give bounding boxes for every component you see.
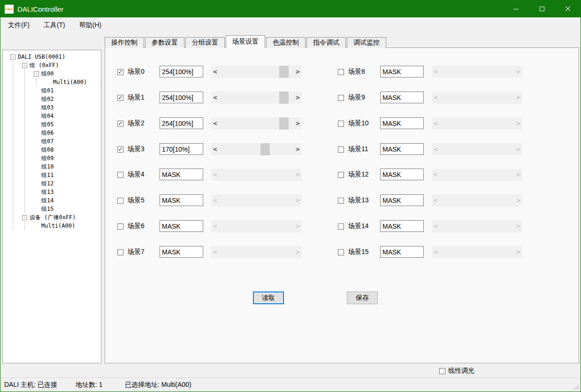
slider-right-arrow-icon[interactable]: > xyxy=(294,169,302,181)
scene-checkbox[interactable] xyxy=(338,172,344,178)
tree-expander-icon[interactable]: - xyxy=(10,54,15,60)
slider-left-arrow-icon[interactable]: < xyxy=(432,117,440,130)
scene-checkbox[interactable] xyxy=(338,198,344,204)
scene-level-slider[interactable]: < > xyxy=(432,220,522,232)
tree-expander-icon[interactable]: - xyxy=(22,215,27,220)
slider-track[interactable] xyxy=(219,66,294,78)
linear-dimming-checkbox[interactable] xyxy=(439,368,445,374)
slider-thumb[interactable] xyxy=(260,143,270,155)
tree-node[interactable]: 组14 xyxy=(26,196,101,205)
scene-level-slider[interactable]: < > xyxy=(432,117,522,130)
slider-left-arrow-icon[interactable]: < xyxy=(432,143,440,155)
slider-track[interactable] xyxy=(440,143,514,155)
slider-track[interactable] xyxy=(219,92,294,104)
tree-node[interactable]: - 设备 (广播0xFF) xyxy=(15,213,101,222)
slider-track[interactable] xyxy=(440,169,514,181)
scene-checkbox[interactable] xyxy=(117,172,123,178)
tree-node[interactable]: 组04 xyxy=(26,112,101,120)
scene-value-input[interactable] xyxy=(380,220,424,232)
scene-checkbox[interactable]: ✓ xyxy=(117,121,123,127)
scene-checkbox[interactable] xyxy=(338,95,344,101)
slider-left-arrow-icon[interactable]: < xyxy=(432,220,440,232)
scene-checkbox[interactable] xyxy=(338,69,344,75)
scene-level-slider[interactable]: < > xyxy=(432,169,522,181)
slider-left-arrow-icon[interactable]: < xyxy=(211,117,219,130)
linear-dimming-option[interactable]: 线性调光 xyxy=(439,367,474,375)
tree-node[interactable]: - 组 (0xFF) xyxy=(15,61,101,69)
tree-node[interactable]: 组13 xyxy=(26,188,101,196)
tree-node[interactable]: 组01 xyxy=(26,86,101,95)
slider-right-arrow-icon[interactable]: > xyxy=(294,220,302,232)
scene-level-slider[interactable]: < > xyxy=(211,169,302,181)
slider-right-arrow-icon[interactable]: > xyxy=(514,246,522,258)
tree-node[interactable]: 组03 xyxy=(26,103,101,112)
scene-value-input[interactable] xyxy=(380,143,424,155)
slider-right-arrow-icon[interactable]: > xyxy=(514,220,522,232)
slider-right-arrow-icon[interactable]: > xyxy=(294,246,302,258)
scene-value-input[interactable] xyxy=(380,92,424,103)
scene-level-slider[interactable]: < > xyxy=(432,143,522,155)
slider-right-arrow-icon[interactable]: > xyxy=(514,194,522,207)
tab[interactable]: 分组设置 xyxy=(185,37,225,48)
slider-track[interactable] xyxy=(219,220,294,232)
tree-node[interactable]: 组02 xyxy=(26,95,101,103)
menu-tools[interactable]: 工具(T) xyxy=(37,19,72,32)
scene-value-input[interactable] xyxy=(160,169,203,180)
scene-value-input[interactable] xyxy=(160,194,203,206)
scene-value-input[interactable] xyxy=(160,220,203,232)
slider-left-arrow-icon[interactable]: < xyxy=(211,92,219,104)
slider-right-arrow-icon[interactable]: > xyxy=(514,66,522,78)
scene-checkbox[interactable]: ✓ xyxy=(117,146,123,153)
tree-node[interactable]: 组06 xyxy=(26,129,101,137)
scene-checkbox[interactable] xyxy=(338,146,344,153)
slider-left-arrow-icon[interactable]: < xyxy=(432,92,440,104)
slider-track[interactable] xyxy=(440,92,514,104)
slider-left-arrow-icon[interactable]: < xyxy=(211,169,219,181)
slider-left-arrow-icon[interactable]: < xyxy=(432,194,440,207)
tab[interactable]: 场景设置 xyxy=(226,35,265,48)
tab[interactable]: 调试监控 xyxy=(347,37,386,48)
tree-node[interactable]: 组12 xyxy=(26,179,101,188)
scene-level-slider[interactable]: < > xyxy=(432,246,522,258)
scene-value-input[interactable] xyxy=(380,246,424,258)
slider-track[interactable] xyxy=(440,220,514,232)
slider-left-arrow-icon[interactable]: < xyxy=(432,169,440,181)
scene-checkbox[interactable]: ✓ xyxy=(117,95,123,101)
scene-value-input[interactable] xyxy=(160,117,203,129)
maximize-button[interactable] xyxy=(529,0,555,17)
tab[interactable]: 参数设置 xyxy=(145,37,184,48)
tree-node[interactable]: 组05 xyxy=(26,120,101,129)
slider-track[interactable] xyxy=(219,194,294,207)
slider-right-arrow-icon[interactable]: > xyxy=(294,92,302,104)
slider-right-arrow-icon[interactable]: > xyxy=(294,117,302,130)
tree-expander-icon[interactable]: - xyxy=(34,71,39,77)
slider-left-arrow-icon[interactable]: < xyxy=(211,220,219,232)
slider-track[interactable] xyxy=(219,169,294,181)
scene-level-slider[interactable]: < > xyxy=(211,92,302,104)
slider-thumb[interactable] xyxy=(279,117,289,130)
slider-right-arrow-icon[interactable]: > xyxy=(514,117,522,130)
read-button[interactable]: 读取 xyxy=(253,292,284,304)
slider-right-arrow-icon[interactable]: > xyxy=(514,169,522,181)
tree-node[interactable]: 组11 xyxy=(26,171,101,179)
slider-track[interactable] xyxy=(219,117,294,130)
save-button[interactable]: 保存 xyxy=(347,292,378,304)
scene-checkbox[interactable] xyxy=(338,121,344,127)
slider-left-arrow-icon[interactable]: < xyxy=(211,246,219,258)
slider-right-arrow-icon[interactable]: > xyxy=(294,66,302,78)
scene-level-slider[interactable]: < > xyxy=(211,66,302,78)
scene-level-slider[interactable]: < > xyxy=(432,92,522,104)
tree-node[interactable]: 组07 xyxy=(26,137,101,146)
slider-right-arrow-icon[interactable]: > xyxy=(294,194,302,207)
scene-level-slider[interactable]: < > xyxy=(211,194,302,207)
slider-thumb[interactable] xyxy=(279,66,289,78)
scene-value-input[interactable] xyxy=(380,66,424,77)
scene-checkbox[interactable] xyxy=(117,249,123,255)
slider-left-arrow-icon[interactable]: < xyxy=(432,246,440,258)
slider-track[interactable] xyxy=(219,143,294,155)
scene-value-input[interactable] xyxy=(380,169,424,180)
slider-left-arrow-icon[interactable]: < xyxy=(211,143,219,155)
scene-level-slider[interactable]: < > xyxy=(211,220,302,232)
scene-checkbox[interactable]: ✓ xyxy=(117,69,123,75)
slider-right-arrow-icon[interactable]: > xyxy=(514,92,522,104)
